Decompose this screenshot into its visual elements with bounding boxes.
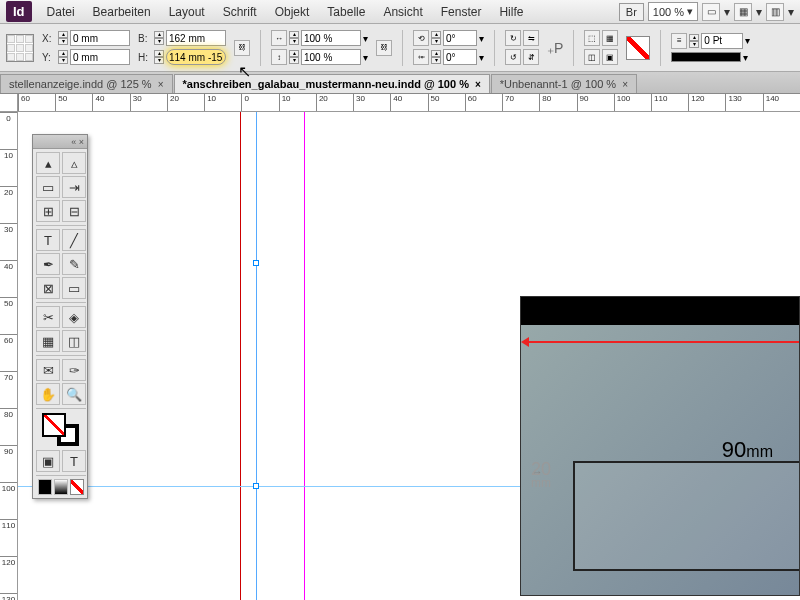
dropdown-arrow-icon[interactable]: ▾ <box>479 52 484 63</box>
constrain-icon[interactable]: ⛓ <box>234 40 250 56</box>
panel-header[interactable]: « × <box>33 135 87 149</box>
stroke-style-select[interactable] <box>671 52 741 62</box>
rotate-cw-icon[interactable]: ↻ <box>505 30 521 46</box>
stepper[interactable]: ▴▾ <box>58 50 68 64</box>
apply-gradient-icon[interactable] <box>54 479 68 495</box>
stepper[interactable]: ▴▾ <box>431 50 441 64</box>
selection-handle[interactable] <box>253 260 259 266</box>
pen-tool[interactable]: ✒ <box>36 253 60 275</box>
rotate-input[interactable] <box>443 30 477 46</box>
dropdown-arrow-icon[interactable]: ▾ <box>363 33 368 44</box>
screen-mode-icon[interactable]: ▭ <box>702 3 720 21</box>
flip-h-icon[interactable]: ⇋ <box>523 30 539 46</box>
arrange-icon[interactable]: ▦ <box>734 3 752 21</box>
zoom-select[interactable]: 100 %▾ <box>648 2 698 21</box>
type-tool[interactable]: T <box>36 229 60 251</box>
gradient-feather-tool[interactable]: ◫ <box>62 330 86 352</box>
menu-fenster[interactable]: Fenster <box>432 2 491 22</box>
menu-objekt[interactable]: Objekt <box>266 2 319 22</box>
vertical-ruler[interactable]: 0102030405060708090100110120130 <box>0 112 18 600</box>
dimension-label-20: 20mm <box>531 459 551 490</box>
note-tool[interactable]: ✉ <box>36 359 60 381</box>
dropdown-arrow-icon[interactable]: ▾ <box>363 52 368 63</box>
document-canvas[interactable]: 90mm ↔ 20mm <box>18 112 800 600</box>
margin-guide[interactable] <box>240 112 241 600</box>
tools-panel[interactable]: « × ▴ ▵ ▭ ⇥ ⊞ ⊟ T ╱ ✒ ✎ ⊠ ▭ ✂ ◈ ▦ ◫ ✉ ✑ … <box>32 134 88 499</box>
stepper[interactable]: ▴▾ <box>58 31 68 45</box>
direct-selection-tool[interactable]: ▵ <box>62 152 86 174</box>
stepper[interactable]: ▴▾ <box>689 34 699 48</box>
constrain-scale-icon[interactable]: ⛓ <box>376 40 392 56</box>
ruler-origin[interactable] <box>0 94 18 112</box>
shear-input[interactable] <box>443 49 477 65</box>
selection-tool[interactable]: ▴ <box>36 152 60 174</box>
stroke-weight-input[interactable] <box>701 33 743 49</box>
menu-layout[interactable]: Layout <box>160 2 214 22</box>
doc-tab[interactable]: stellenanzeige.indd @ 125 %× <box>0 74 173 93</box>
control-bar: X:▴▾ Y:▴▾ B:▴▾ H:▴▾ ⛓ ↔▴▾▾ ↕▴▾▾ ⛓ ⟲▴▾▾ ⬰… <box>0 24 800 72</box>
dropdown-arrow-icon[interactable]: ▾ <box>743 52 748 63</box>
line-tool[interactable]: ╱ <box>62 229 86 251</box>
apply-color-icon[interactable] <box>38 479 52 495</box>
rotate-ccw-icon[interactable]: ↺ <box>505 49 521 65</box>
formatting-container-icon[interactable]: ▣ <box>36 450 60 472</box>
menu-ansicht[interactable]: Ansicht <box>374 2 431 22</box>
bridge-button[interactable]: Br <box>619 3 644 21</box>
select-prev-icon[interactable]: ◫ <box>584 49 600 65</box>
column-guide[interactable] <box>304 112 305 600</box>
scale-x-input[interactable] <box>301 30 361 46</box>
menu-tabelle[interactable]: Tabelle <box>318 2 374 22</box>
fill-stroke-swatch[interactable] <box>36 412 86 448</box>
gradient-swatch-tool[interactable]: ▦ <box>36 330 60 352</box>
select-container-icon[interactable]: ⬚ <box>584 30 600 46</box>
scale-y-input[interactable] <box>301 49 361 65</box>
menu-bearbeiten[interactable]: Bearbeiten <box>84 2 160 22</box>
dropdown-arrow-icon[interactable]: ▾ <box>745 35 750 46</box>
guide[interactable] <box>256 112 257 600</box>
reference-point-grid[interactable] <box>6 34 34 62</box>
close-icon[interactable]: × <box>622 79 628 90</box>
placed-image[interactable]: 90mm ↔ 20mm <box>520 296 800 596</box>
gap-tool[interactable]: ⇥ <box>62 176 86 198</box>
zoom-tool[interactable]: 🔍 <box>62 383 86 405</box>
content-collector-tool[interactable]: ⊞ <box>36 200 60 222</box>
flip-v-icon[interactable]: ⇵ <box>523 49 539 65</box>
menu-hilfe[interactable]: Hilfe <box>490 2 532 22</box>
select-next-icon[interactable]: ▦ <box>602 30 618 46</box>
dropdown-arrow-icon[interactable]: ▾ <box>479 33 484 44</box>
rectangle-tool[interactable]: ▭ <box>62 277 86 299</box>
fill-none-swatch[interactable] <box>626 36 650 60</box>
doc-tab[interactable]: *Unbenannt-1 @ 100 %× <box>491 74 637 93</box>
content-placer-tool[interactable]: ⊟ <box>62 200 86 222</box>
pencil-tool[interactable]: ✎ <box>62 253 86 275</box>
free-transform-tool[interactable]: ◈ <box>62 306 86 328</box>
y-input[interactable] <box>70 49 130 65</box>
selection-handle[interactable] <box>253 483 259 489</box>
x-input[interactable] <box>70 30 130 46</box>
horizontal-ruler[interactable]: 6050403020100102030405060708090100110120… <box>18 94 800 112</box>
scissors-tool[interactable]: ✂ <box>36 306 60 328</box>
apply-none-icon[interactable] <box>70 479 84 495</box>
select-content-icon[interactable]: ▣ <box>602 49 618 65</box>
close-icon[interactable]: × <box>158 79 164 90</box>
y-label: Y: <box>42 52 56 63</box>
w-input[interactable] <box>166 30 226 46</box>
menu-schrift[interactable]: Schrift <box>214 2 266 22</box>
stepper[interactable]: ▴▾ <box>431 31 441 45</box>
stepper[interactable]: ▴▾ <box>289 31 299 45</box>
workspace-icon[interactable]: ▥ <box>766 3 784 21</box>
formatting-text-icon[interactable]: T <box>62 450 86 472</box>
close-icon[interactable]: × <box>475 79 481 90</box>
rectangle-frame-tool[interactable]: ⊠ <box>36 277 60 299</box>
eyedropper-tool[interactable]: ✑ <box>62 359 86 381</box>
menu-bar: Id Datei Bearbeiten Layout Schrift Objek… <box>0 0 800 24</box>
page-tool[interactable]: ▭ <box>36 176 60 198</box>
dropdown-arrow-icon: ▾ <box>724 5 730 19</box>
stepper[interactable]: ▴▾ <box>154 31 164 45</box>
h-input[interactable] <box>166 49 226 65</box>
stepper[interactable]: ▴▾ <box>289 50 299 64</box>
menu-datei[interactable]: Datei <box>38 2 84 22</box>
stepper[interactable]: ▴▾ <box>154 50 164 64</box>
doc-tab[interactable]: *anschreiben_galabau_mustermann-neu.indd… <box>174 74 490 93</box>
hand-tool[interactable]: ✋ <box>36 383 60 405</box>
